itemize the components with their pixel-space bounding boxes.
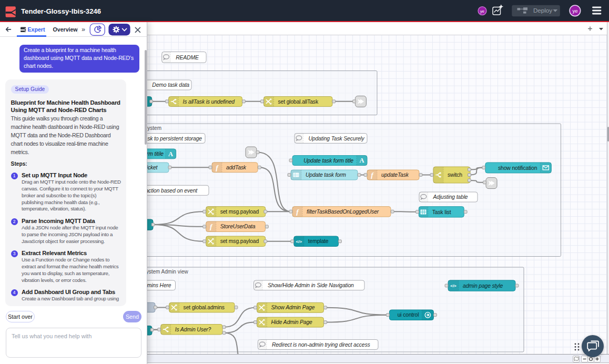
svg-text:template: template <box>308 238 329 244</box>
svg-text:filterTaskBasedOnLoggedUser: filterTaskBasedOnLoggedUser <box>307 209 379 215</box>
svg-text:Deploy: Deploy <box>533 7 552 14</box>
svg-text:updateTask: updateTask <box>381 172 409 178</box>
svg-text:Update task form titile: Update task form titile <box>147 151 164 157</box>
svg-text:set msg.payload: set msg.payload <box>220 238 259 244</box>
svg-text:</>: </> <box>450 284 456 288</box>
svg-text:admin page style: admin page style <box>463 283 503 289</box>
svg-text:ye: ye <box>480 9 484 14</box>
svg-text:show notification: show notification <box>498 165 537 171</box>
svg-text:set msg.payload: set msg.payload <box>220 209 259 215</box>
svg-text:Demo task data: Demo task data <box>152 82 189 88</box>
svg-text:Update task form: Update task form <box>306 172 346 178</box>
svg-text:Show Admin Page: Show Admin Page <box>271 305 315 310</box>
svg-text:Redirect is non-admin trying d: Redirect is non-admin trying direct acce… <box>272 342 370 348</box>
svg-text:Add Admins Here: Add Admins Here <box>147 282 171 288</box>
svg-text:Tender-Glossy-Ibis-3246: Tender-Glossy-Ibis-3246 <box>21 7 101 15</box>
svg-text:Show/Hide Admin in Side Naviga: Show/Hide Admin in Side Navigation <box>268 282 354 288</box>
svg-text:Take action based on event: Take action based on event <box>147 188 198 194</box>
svg-text:set global.admins: set global.admins <box>184 305 225 310</box>
svg-text:addTask: addTask <box>226 165 247 170</box>
svg-text:Update task form title: Update task form title <box>303 158 353 164</box>
svg-text:</>: </> <box>296 239 302 244</box>
svg-text:A: A <box>359 157 364 164</box>
svg-text:Task Management System: Task Management System <box>147 125 161 131</box>
svg-text:Save task to persistent storag: Save task to persistent storage <box>147 136 202 141</box>
svg-text:README: README <box>176 55 199 60</box>
svg-text:ticket: ticket <box>147 165 158 170</box>
svg-text:»: » <box>82 26 85 33</box>
svg-text:System Admin view: System Admin view <box>147 269 188 275</box>
svg-text:switch: switch <box>448 172 462 178</box>
svg-text:Overview: Overview <box>53 26 78 33</box>
svg-text:Is allTask is undefined: Is allTask is undefined <box>183 99 236 105</box>
svg-text:Expert: Expert <box>28 26 45 33</box>
svg-text:ye: ye <box>572 8 577 14</box>
svg-text:Adjusting table: Adjusting table <box>433 194 468 200</box>
svg-text:Task list: Task list <box>432 209 451 215</box>
svg-text:Hide Admin Page: Hide Admin Page <box>271 319 313 325</box>
svg-text:StoreUserData: StoreUserData <box>220 224 256 229</box>
svg-text:Is Admin User?: Is Admin User? <box>175 327 211 332</box>
svg-text:Updating Task Securely: Updating Task Securely <box>309 136 365 141</box>
svg-text:ui control: ui control <box>398 312 419 318</box>
svg-text:A: A <box>168 150 173 158</box>
svg-text:set global.allTask: set global.allTask <box>278 99 319 105</box>
